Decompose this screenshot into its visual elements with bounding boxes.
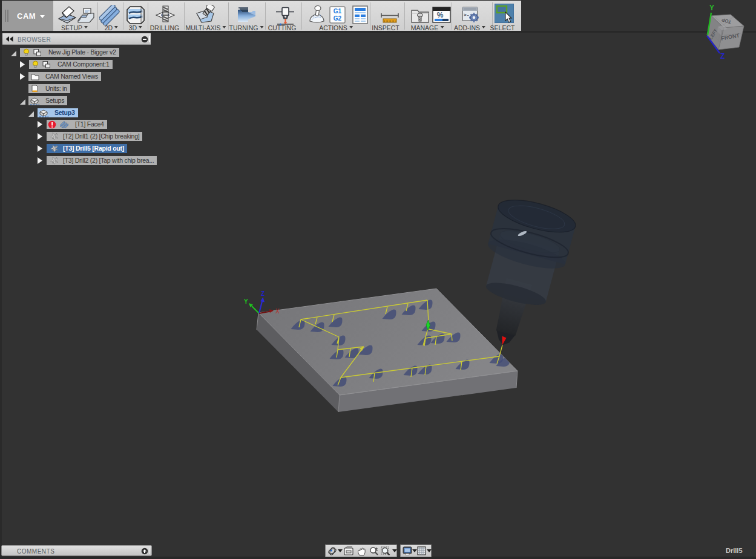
svg-text:%: % <box>437 11 444 19</box>
svg-text:Z: Z <box>261 290 265 297</box>
svg-text:G2: G2 <box>334 15 342 22</box>
svg-text:Y: Y <box>709 4 714 12</box>
svg-text:G1: G1 <box>334 8 342 15</box>
svg-text:Y: Y <box>244 298 248 305</box>
svg-text:Z: Z <box>720 52 725 60</box>
svg-text:X: X <box>275 308 280 315</box>
svg-text:>-: >- <box>464 12 470 18</box>
